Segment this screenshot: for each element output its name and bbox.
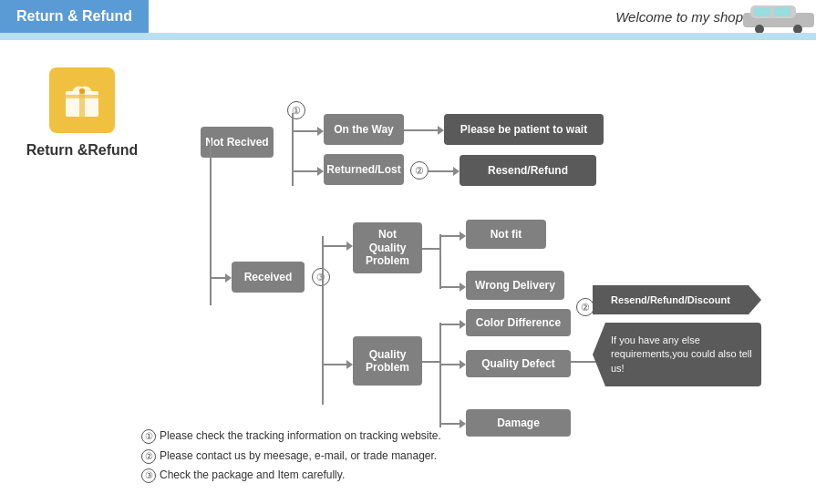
- footer-notes: ① Please check the tracking information …: [141, 427, 441, 486]
- note-2: ② Please contact us by meesage, e-mail, …: [141, 447, 441, 467]
- line-h-nqp: [322, 245, 349, 247]
- line-h-nqp-right: [422, 248, 440, 250]
- note-circle-2: ②: [141, 449, 156, 464]
- circle-1-top: ①: [287, 101, 305, 119]
- line-v-nqp: [439, 234, 441, 289]
- circle-2-top: ②: [410, 161, 429, 180]
- arrow-resend1: [453, 167, 460, 176]
- line-h-qp-right: [422, 361, 440, 363]
- left-panel: Return &Refund: [18, 49, 146, 473]
- return-refund-label: Return &Refund: [26, 142, 139, 159]
- arrow-damage: [460, 419, 466, 428]
- arrow-returned: [317, 167, 324, 176]
- not-received-box: Not Recived: [201, 127, 274, 158]
- arrow-cd: [460, 320, 466, 329]
- note-3: ③ Check the package and Item carefully.: [141, 466, 441, 486]
- received-box: Received: [232, 262, 305, 293]
- line-h-returned: [293, 170, 320, 172]
- line-h-patient: [404, 129, 440, 131]
- not-quality-problem-box: Not Quality Problem: [353, 222, 422, 273]
- main-content: Return &Refund Not Recived ① On the Way …: [0, 40, 816, 473]
- circle-2-bottom: ②: [576, 298, 594, 316]
- quality-defect-box: Quality Defect: [466, 350, 571, 377]
- line-h-to-rrd: [571, 361, 598, 363]
- arrow-patient: [438, 126, 444, 135]
- line-v-qp: [439, 323, 441, 427]
- note-1: ① Please check the tracking information …: [141, 427, 441, 447]
- line-v-received-main: [210, 141, 212, 305]
- arrow-nqp: [346, 242, 353, 251]
- arrow-qp: [346, 360, 353, 369]
- arrow-received: [225, 273, 232, 283]
- note-circle-1: ①: [141, 429, 156, 444]
- header-welcome: Welcome to my shop: [615, 9, 743, 25]
- line-v-branches: [322, 236, 324, 405]
- returned-lost-box: Returned/Lost: [324, 154, 404, 185]
- on-the-way-box: On the Way: [324, 114, 404, 145]
- please-patient-box: Please be patient to wait: [444, 114, 604, 145]
- resend-refund-box: Resend/Refund: [460, 155, 596, 186]
- svg-rect-4: [754, 7, 770, 16]
- line-h-on-the-way: [293, 130, 320, 132]
- flowchart: Not Recived ① On the Way Please be patie…: [146, 54, 816, 473]
- color-difference-box: Color Difference: [466, 309, 571, 336]
- line-h-qp: [322, 364, 349, 365]
- arrow-wrong: [460, 283, 466, 292]
- line-h-resend1: [429, 170, 456, 172]
- arrow-on-the-way: [317, 127, 324, 136]
- resend-refund-discount-box: Resend/Refund/Discount: [593, 285, 761, 314]
- circle-3: ③: [312, 268, 330, 286]
- arrow-not-fit: [460, 231, 466, 241]
- svg-point-12: [79, 88, 85, 94]
- line-v-not-received: [292, 113, 294, 186]
- svg-rect-5: [774, 7, 790, 16]
- note-circle-3: ③: [141, 468, 156, 483]
- svg-rect-9: [66, 95, 98, 98]
- header-car: [743, 0, 816, 33]
- not-fit-box: Not fit: [466, 220, 546, 249]
- light-blue-strip: [0, 33, 816, 40]
- wrong-delivery-box: Wrong Delivery: [466, 271, 564, 300]
- header-title: Return & Refund: [0, 0, 149, 33]
- quality-problem-box: Quality Problem: [353, 336, 422, 386]
- gift-icon: [49, 67, 115, 133]
- if-you-have-box: If you have any else requirements,you co…: [593, 323, 761, 386]
- header: Return & Refund Welcome to my shop: [0, 0, 816, 33]
- arrow-qd: [460, 360, 466, 369]
- damage-box: Damage: [466, 409, 571, 437]
